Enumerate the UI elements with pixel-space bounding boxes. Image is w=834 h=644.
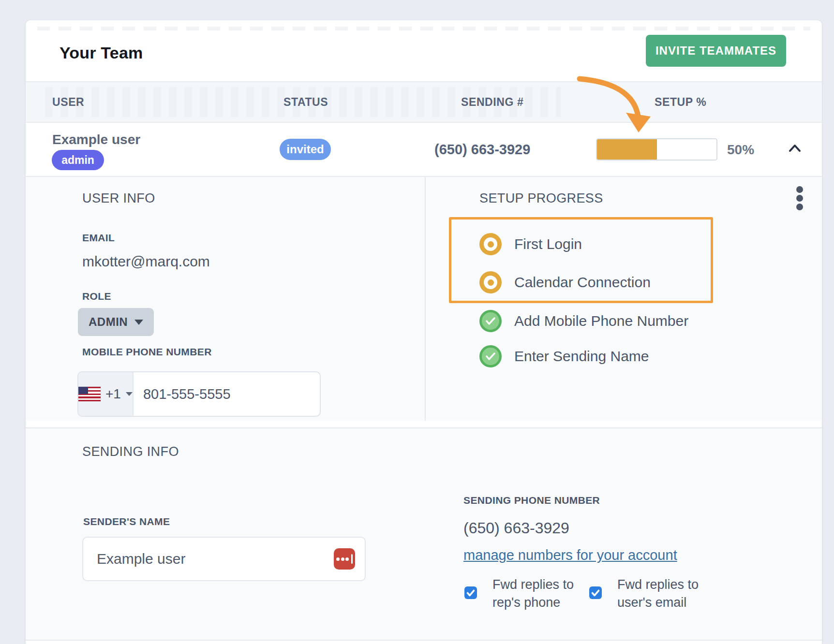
- email-value: mkotter@marq.com: [82, 253, 210, 270]
- fwd-phone-checkbox-label: Fwd replies to rep's phone: [492, 576, 589, 612]
- mobile-phone-field[interactable]: [134, 372, 321, 416]
- setup-progress-bar: [596, 138, 717, 161]
- fwd-replies-phone-option: Fwd replies to rep's phone: [464, 576, 590, 612]
- country-code-value: +1: [105, 386, 121, 402]
- collapse-row-chevron-icon[interactable]: [788, 143, 802, 155]
- panel-divider: [425, 177, 426, 421]
- page-title: Your Team: [60, 44, 143, 62]
- role-label: ROLE: [82, 291, 111, 302]
- user-name: Example user: [52, 132, 140, 147]
- setup-item-add-mobile-phone: Add Mobile Phone Number: [479, 310, 688, 332]
- check-circle-icon: [479, 310, 502, 332]
- chevron-down-icon: [134, 320, 143, 325]
- setup-item-enter-sending-name: Enter Sending Name: [479, 345, 649, 367]
- role-badge: admin: [52, 150, 104, 170]
- sending-info-panel: SENDING INFO SENDER'S NAME SENDING PHONE…: [26, 427, 822, 641]
- fwd-email-checkbox[interactable]: [589, 586, 602, 599]
- email-label: EMAIL: [82, 232, 115, 244]
- mobile-phone-label: MOBILE PHONE NUMBER: [82, 346, 212, 358]
- status-badge: invited: [280, 139, 331, 160]
- senders-name-field[interactable]: [97, 551, 334, 567]
- fwd-replies-email-option: Fwd replies to user's email: [589, 576, 715, 612]
- chevron-down-icon: [126, 392, 133, 396]
- setup-percent: 50%: [727, 142, 754, 158]
- pending-radio-icon: [479, 233, 502, 255]
- invite-teammates-button[interactable]: INVITE TEAMMATES: [646, 35, 786, 67]
- sending-number: (650) 663-3929: [434, 142, 530, 158]
- senders-name-label: SENDER'S NAME: [83, 516, 170, 527]
- mobile-phone-input-group: +1: [77, 371, 321, 417]
- setup-progress-fill: [597, 139, 657, 160]
- senders-name-input-group: [82, 537, 366, 581]
- setup-progress-heading: SETUP PROGRESS: [479, 191, 603, 206]
- sending-phone-label: SENDING PHONE NUMBER: [463, 495, 600, 506]
- column-header-setup: SETUP %: [655, 82, 706, 122]
- table-row[interactable]: Example user admin invited (650) 663-392…: [26, 123, 822, 177]
- role-select-value: ADMIN: [89, 315, 128, 329]
- check-circle-icon: [479, 345, 502, 367]
- us-flag-icon: [78, 387, 101, 401]
- table-header-row: USER STATUS SENDING # SETUP %: [26, 81, 822, 123]
- pending-radio-icon: [479, 271, 502, 293]
- team-card: Your Team INVITE TEAMMATES USER STATUS S…: [26, 20, 822, 644]
- fwd-phone-checkbox[interactable]: [464, 586, 477, 599]
- sending-phone-value: (650) 663-3929: [463, 519, 569, 537]
- password-manager-extension-icon[interactable]: [334, 548, 355, 570]
- sending-info-heading: SENDING INFO: [82, 444, 179, 459]
- manage-numbers-link[interactable]: manage numbers for your account: [463, 547, 677, 563]
- column-header-sending: SENDING #: [461, 82, 523, 122]
- setup-item-first-login: First Login: [479, 233, 582, 255]
- setup-item-calendar-connection: Calendar Connection: [479, 271, 651, 293]
- row-options-menu-icon[interactable]: [795, 186, 804, 212]
- country-code-select[interactable]: +1: [78, 372, 134, 416]
- user-detail-panel: USER INFO EMAIL mkotter@marq.com ROLE AD…: [26, 177, 822, 421]
- user-info-heading: USER INFO: [82, 191, 155, 206]
- column-header-status: STATUS: [283, 82, 328, 122]
- role-select[interactable]: ADMIN: [78, 308, 154, 336]
- fwd-email-checkbox-label: Fwd replies to user's email: [617, 576, 714, 612]
- column-header-user: USER: [52, 82, 84, 122]
- shimmer-texture: [37, 27, 810, 30]
